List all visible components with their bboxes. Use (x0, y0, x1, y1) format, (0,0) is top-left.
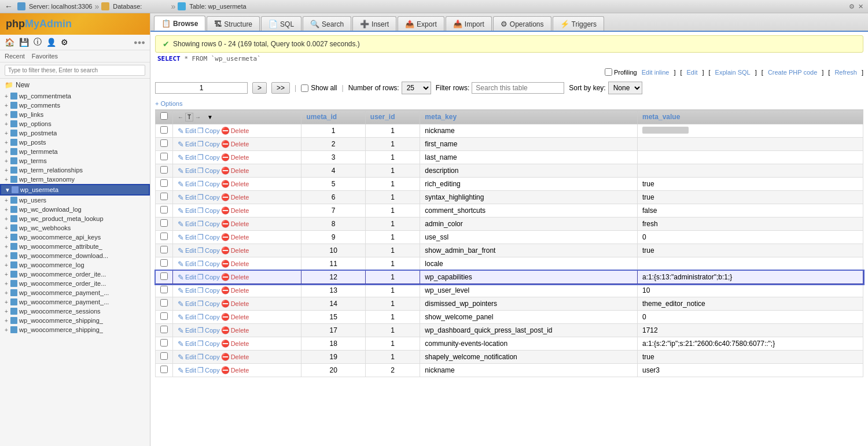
last-page-button[interactable]: >> (271, 82, 290, 94)
delete-button[interactable]: Delete (231, 300, 249, 307)
database-link[interactable]: Database: (113, 3, 142, 10)
user-icon[interactable]: 👤 (46, 38, 56, 47)
edit-button[interactable]: Edit (185, 287, 196, 294)
tab-export[interactable]: 📤Export (398, 16, 444, 31)
home-icon[interactable]: 🏠 (5, 38, 14, 47)
edit-button[interactable]: Edit (185, 180, 196, 187)
sidebar-new-item[interactable]: 📁 New (0, 79, 150, 91)
delete-button[interactable]: Delete (231, 260, 249, 267)
edit-inline-link[interactable]: Edit inline (642, 69, 670, 76)
delete-button[interactable]: Delete (231, 154, 249, 161)
edit-button[interactable]: Edit (185, 154, 196, 161)
delete-button[interactable]: Delete (231, 340, 249, 347)
delete-button[interactable]: Delete (231, 314, 249, 320)
sidebar-filter-input[interactable] (5, 65, 145, 76)
sidebar-item-wp-term-taxonomy[interactable]: + wp_term_taxonomy (0, 175, 150, 184)
sidebar-item-wp-woocommerce-order-ite---[interactable]: + wp_woocommerce_order_ite... (0, 270, 150, 279)
row-checkbox[interactable] (160, 179, 168, 187)
copy-button[interactable]: Copy (205, 194, 220, 201)
row-checkbox[interactable] (160, 193, 168, 200)
row-checkbox[interactable] (160, 259, 168, 267)
sidebar-item-wp-term-relationships[interactable]: + wp_term_relationships (0, 165, 150, 175)
row-checkbox[interactable] (160, 153, 168, 160)
sidebar-item-wp-wc-webhooks[interactable]: + wp_wc_webhooks (0, 223, 150, 233)
delete-button[interactable]: Delete (231, 141, 249, 148)
delete-button[interactable]: Delete (231, 247, 249, 254)
tab-browse[interactable]: 📋Browse (154, 16, 205, 31)
delete-button[interactable]: Delete (231, 180, 249, 187)
delete-button[interactable]: Delete (231, 353, 249, 360)
copy-button[interactable]: Copy (205, 274, 220, 281)
sidebar-item-wp-comments[interactable]: + wp_comments (0, 101, 150, 110)
copy-button[interactable]: Copy (205, 340, 220, 347)
options-link[interactable]: + Options (155, 100, 182, 107)
delete-button[interactable]: Delete (231, 234, 249, 241)
copy-button[interactable]: Copy (205, 167, 220, 174)
sort-user-id[interactable]: user_id (370, 113, 395, 121)
create-php-link[interactable]: Create PHP code (768, 69, 817, 76)
delete-button[interactable]: Delete (231, 194, 249, 201)
next-page-button[interactable]: > (252, 82, 267, 94)
expand-icon[interactable]: ✕ (858, 3, 863, 10)
sidebar-item-wp-woocommerce-attribute-[interactable]: + wp_woocommerce_attribute_ (0, 242, 150, 251)
sidebar-item-wp-woocommerce-shipping-[interactable]: + wp_woocommerce_shipping_ (0, 325, 150, 334)
edit-button[interactable]: Edit (185, 141, 196, 148)
sidebar-item-wp-woocommerce-download---[interactable]: + wp_woocommerce_download... (0, 251, 150, 260)
refresh-link[interactable]: Refresh (834, 69, 857, 76)
copy-button[interactable]: Copy (205, 367, 220, 374)
server-link[interactable]: Server: localhost:3306 (29, 3, 92, 10)
sidebar-item-wp-options[interactable]: + wp_options (0, 119, 150, 128)
delete-button[interactable]: Delete (231, 127, 249, 134)
sidebar-item-wp-termmeta[interactable]: + wp_termmeta (0, 147, 150, 156)
sidebar-item-wp-woocommerce-shipping-[interactable]: + wp_woocommerce_shipping_ (0, 316, 150, 325)
copy-button[interactable]: Copy (205, 234, 220, 241)
sidebar-item-wp-wc-product-meta-lookup[interactable]: + wp_wc_product_meta_lookup (0, 214, 150, 223)
delete-button[interactable]: Delete (231, 274, 249, 281)
sidebar-item-wp-woocommerce-payment----[interactable]: + wp_woocommerce_payment_... (0, 288, 150, 297)
copy-button[interactable]: Copy (205, 180, 220, 187)
edit-link[interactable]: Edit (687, 69, 698, 76)
tab-structure[interactable]: 🏗Structure (207, 16, 260, 31)
sidebar-item-wp-commentmeta[interactable]: + wp_commentmeta (0, 91, 150, 101)
edit-button[interactable]: Edit (185, 247, 196, 254)
delete-button[interactable]: Delete (231, 220, 249, 227)
row-checkbox[interactable] (160, 139, 168, 147)
sidebar-item-wp-woocommerce-payment----[interactable]: + wp_woocommerce_payment_... (0, 297, 150, 307)
copy-button[interactable]: Copy (205, 207, 220, 214)
delete-button[interactable]: Delete (231, 207, 249, 214)
row-checkbox[interactable] (160, 126, 168, 134)
table-link[interactable]: Table: wp_usermeta (189, 3, 246, 10)
row-checkbox[interactable] (160, 233, 168, 240)
row-checkbox[interactable] (160, 272, 168, 280)
copy-button[interactable]: Copy (205, 220, 220, 227)
tab-triggers[interactable]: ⚡Triggers (553, 16, 605, 31)
sidebar-item-wp-woocommerce-sessions[interactable]: + wp_woocommerce_sessions (0, 307, 150, 316)
copy-button[interactable]: Copy (205, 287, 220, 294)
edit-button[interactable]: Edit (185, 234, 196, 241)
delete-button[interactable]: Delete (231, 287, 249, 294)
edit-button[interactable]: Edit (185, 300, 196, 307)
sort-meta-value[interactable]: meta_value (642, 113, 680, 121)
edit-button[interactable]: Edit (185, 167, 196, 174)
copy-button[interactable]: Copy (205, 127, 220, 134)
info-icon[interactable]: ⓘ (34, 37, 42, 47)
row-checkbox[interactable] (160, 206, 168, 213)
tab-search[interactable]: 🔍Search (303, 16, 351, 31)
row-checkbox[interactable] (160, 286, 168, 293)
row-checkbox[interactable] (160, 326, 168, 333)
edit-button[interactable]: Edit (185, 314, 196, 320)
row-checkbox[interactable] (160, 312, 168, 320)
row-checkbox[interactable] (160, 219, 168, 227)
sidebar-item-wp-links[interactable]: + wp_links (0, 110, 150, 119)
sidebar-item-wp-woocommerce-order-ite---[interactable]: + wp_woocommerce_order_ite... (0, 279, 150, 288)
copy-button[interactable]: Copy (205, 247, 220, 254)
row-checkbox[interactable] (160, 299, 168, 307)
settings-icon[interactable]: ⚙ (849, 3, 855, 10)
edit-button[interactable]: Edit (185, 127, 196, 134)
copy-button[interactable]: Copy (205, 314, 220, 320)
sidebar-item-wp-wc-download-log[interactable]: + wp_wc_download_log (0, 205, 150, 214)
sidebar-collapse[interactable]: ●●● (134, 39, 145, 46)
sidebar-item-wp-woocommerce-api-keys[interactable]: + wp_woocommerce_api_keys (0, 233, 150, 242)
delete-button[interactable]: Delete (231, 367, 249, 374)
delete-button[interactable]: Delete (231, 167, 249, 174)
